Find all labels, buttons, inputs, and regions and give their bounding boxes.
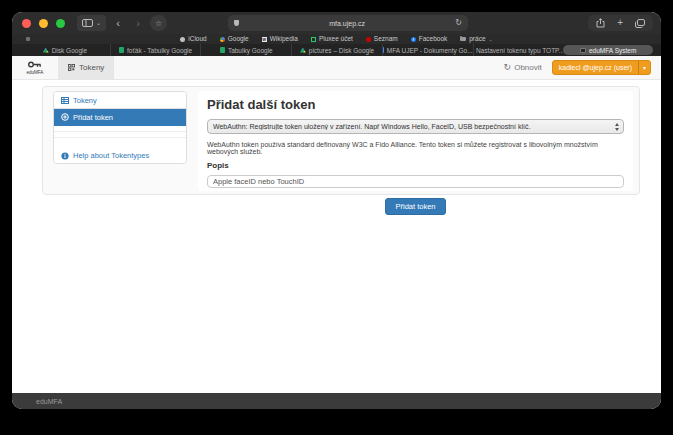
tab-label: Tabulky Google (228, 47, 273, 54)
star-icon: ☆ (155, 19, 162, 28)
submit-token-button[interactable]: Přidat token (385, 198, 445, 215)
table-icon (61, 97, 69, 104)
favorite-label: Seznam (374, 36, 398, 43)
close-window-button[interactable] (22, 19, 31, 28)
favorites-bar: iCloud Google WWikipedia Pluxee účet Sez… (12, 34, 661, 44)
sidebar-icon (82, 19, 93, 27)
tab-nastaveni-totp[interactable]: Nastavení tokenu typu TOTP... (473, 44, 564, 56)
chevron-right-icon: › (136, 18, 140, 29)
grid-icon[interactable] (26, 37, 30, 41)
tab-mfa-ujep-dokumenty[interactable]: MFA UJEP - Dokumenty Go... (382, 44, 473, 56)
tab-label: pictures – Disk Google (309, 47, 374, 54)
user-menu-button[interactable]: kadlecl @ujep.cz (user) ▾ (552, 60, 651, 75)
content-well: Tokeny Přidat token Help about Tokentype… (42, 86, 640, 195)
share-icon (596, 18, 605, 28)
nav-tab-tokeny[interactable]: Tokeny (58, 56, 114, 79)
favorite-icloud[interactable]: iCloud (180, 36, 206, 43)
favorite-google[interactable]: Google (220, 36, 249, 43)
reload-icon[interactable]: ↻ (455, 19, 462, 27)
app-navbar: eduMFA Tokeny ↻ Obnovit kadlecl @ujep.cz… (12, 56, 661, 80)
tab-fotak-tabulky-google[interactable]: foťák - Tabulky Google (110, 44, 201, 56)
sidebar-item-pridat-token[interactable]: Přidat token (54, 109, 186, 126)
sidebar-item-label: Přidat token (73, 113, 113, 122)
folder-icon (460, 37, 466, 41)
apple-icon (180, 37, 185, 42)
plus-circle-icon (61, 113, 69, 121)
favorite-label: práce (469, 36, 485, 43)
tab-label: Nastavení tokenu typu TOTP... (476, 47, 563, 54)
favorite-folder-prace[interactable]: práce⌄ (460, 36, 492, 43)
chevron-down-icon: ⌄ (489, 37, 493, 42)
favorite-seznam[interactable]: Seznam (366, 36, 398, 43)
tab-edumfa-system-active[interactable]: eduMFA System (563, 45, 653, 55)
favorite-wikipedia[interactable]: WWikipedia (262, 36, 298, 43)
tab-disk-google[interactable]: Disk Google (20, 44, 110, 56)
page-title: Přidat další token (207, 97, 624, 112)
sidebar-spacer (54, 138, 186, 148)
footer-brand-text: eduMFA (36, 398, 62, 405)
plus-icon: + (617, 17, 623, 28)
token-sidebar: Tokeny Přidat token Help about Tokentype… (53, 91, 187, 164)
forward-button[interactable]: › (130, 15, 146, 31)
google-docs-icon (383, 47, 384, 53)
description-input[interactable] (207, 175, 624, 188)
sidebar-item-tokeny[interactable]: Tokeny (54, 92, 186, 109)
url-text: mfa.ujep.cz (239, 20, 455, 27)
star-button[interactable]: ☆ (150, 15, 167, 31)
sidebar-toggle-button[interactable]: ⌄ (77, 15, 106, 31)
wikipedia-icon: W (262, 37, 267, 42)
facebook-icon: f (411, 37, 416, 42)
tab-pictures-disk-google[interactable]: pictures – Disk Google (291, 44, 382, 56)
edumfa-logo[interactable]: eduMFA (12, 56, 58, 79)
app-footer: eduMFA (12, 393, 661, 409)
select-stepper-icon (615, 123, 619, 131)
page-content: eduMFA Tokeny ↻ Obnovit kadlecl @ujep.cz… (12, 56, 661, 393)
refresh-button[interactable]: ↻ Obnovit (504, 56, 542, 79)
google-drive-icon (43, 48, 49, 53)
window-controls (22, 19, 65, 28)
tab-label: foťák - Tabulky Google (127, 47, 192, 54)
nav-tab-label: Tokeny (79, 63, 104, 72)
favorite-label: Wikipedia (270, 36, 298, 43)
browser-titlebar: ⌄ ‹ › ☆ mfa.ujep.cz ↻ + (12, 12, 661, 34)
user-menu-label: kadlecl @ujep.cz (user) (553, 61, 638, 74)
google-sheets-icon (119, 47, 124, 53)
browser-window: ⌄ ‹ › ☆ mfa.ujep.cz ↻ + iCloud Google WW… (12, 12, 661, 409)
favorite-label: Google (228, 36, 249, 43)
user-menu-caret-button[interactable]: ▾ (638, 61, 650, 74)
new-tab-button[interactable]: + (617, 18, 623, 28)
token-type-select[interactable]: WebAuthn: Registrujte token uložený v za… (207, 119, 624, 134)
key-icon (27, 60, 43, 69)
chevron-down-icon: ⌄ (96, 20, 101, 26)
add-token-panel: Přidat další token WebAuthn: Registrujte… (198, 91, 633, 191)
refresh-label: Obnovit (514, 63, 542, 72)
back-button[interactable]: ‹ (110, 15, 126, 31)
tab-overview-button[interactable] (635, 19, 645, 28)
address-bar[interactable]: mfa.ujep.cz ↻ (228, 15, 468, 31)
qrcode-icon (68, 64, 75, 71)
minimize-window-button[interactable] (39, 19, 48, 28)
google-drive-icon (300, 48, 306, 53)
submit-row: Přidat token (207, 195, 624, 215)
sidebar-item-label: Tokeny (73, 96, 97, 105)
favorite-label: Pluxee účet (319, 36, 353, 43)
favorite-label: Facebook (419, 36, 448, 43)
favorite-pluxee[interactable]: Pluxee účet (311, 36, 353, 43)
token-type-selected-value: WebAuthn: Registrujte token uložený v za… (213, 123, 615, 130)
sidebar-item-help-tokentypes[interactable]: Help about Tokentypes (54, 148, 186, 163)
tab-tabulky-google[interactable]: Tabulky Google (200, 44, 291, 56)
google-sheets-icon (220, 47, 225, 53)
favorite-facebook[interactable]: fFacebook (411, 36, 448, 43)
chevron-left-icon: ‹ (116, 18, 120, 29)
share-button[interactable] (596, 18, 605, 28)
description-label: Popis (207, 161, 624, 170)
seznam-icon (366, 37, 371, 42)
favorite-label: iCloud (188, 36, 206, 43)
zoom-window-button[interactable] (56, 19, 65, 28)
token-type-help-text: WebAuthn token používá standard definova… (207, 141, 624, 155)
tab-label: MFA UJEP - Dokumenty Go... (387, 47, 473, 54)
browser-tab-bar: Disk Google foťák - Tabulky Google Tabul… (12, 44, 661, 56)
pluxee-icon (311, 37, 316, 42)
info-circle-icon (61, 152, 69, 160)
tab-label: eduMFA System (589, 47, 636, 54)
